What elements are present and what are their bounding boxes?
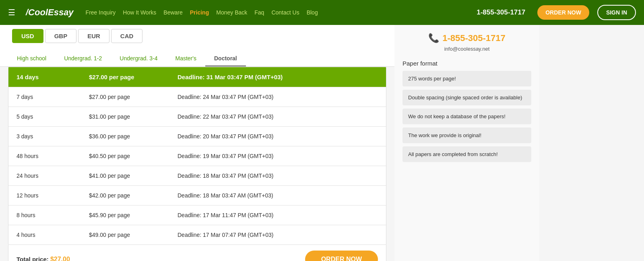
total-price: $27.00 [50, 256, 70, 261]
right-panel: 📞 1-855-305-1717 info@coolessay.net Pape… [394, 25, 539, 261]
table-row: 5 days$31.00 per pageDeadline: 22 Mar 03… [8, 107, 386, 127]
signin-button[interactable]: SIGN IN [597, 5, 636, 20]
nav-link-pricing[interactable]: Pricing [190, 9, 209, 16]
cell-deadline: Deadline: 18 Mar 03:47 AM (GMT+03) [169, 186, 386, 205]
format-item: 275 words per page! [402, 71, 531, 86]
cell-deadline: Deadline: 18 Mar 03:47 PM (GMT+03) [169, 166, 386, 185]
level-tabs: High schoolUndergrad. 1-2Undergrad. 3-4M… [0, 47, 394, 67]
nav-link-money-back[interactable]: Money Back [216, 9, 247, 16]
table-row: 14 days$27.00 per pageDeadline: 31 Mar 0… [8, 67, 386, 87]
nav-link-free-inquiry[interactable]: Free Inquiry [86, 9, 116, 16]
cell-duration: 12 hours [8, 186, 81, 205]
currency-tabs: USDGBPEURCAD [0, 25, 394, 47]
cell-duration: 3 days [8, 127, 81, 146]
table-row: 12 hours$42.00 per pageDeadline: 18 Mar … [8, 186, 386, 206]
cell-price: $45.90 per page [81, 206, 169, 225]
currency-tab-gbp[interactable]: GBP [45, 29, 77, 43]
cell-deadline: Deadline: 17 Mar 07:47 PM (GMT+03) [169, 225, 386, 245]
cell-price: $27.00 per page [81, 87, 169, 107]
level-tab-high-school[interactable]: High school [8, 51, 55, 66]
currency-tab-eur[interactable]: EUR [78, 29, 109, 43]
level-tab-undergrad--3-4[interactable]: Undergrad. 3-4 [111, 51, 166, 66]
pricing-table: 14 days$27.00 per pageDeadline: 31 Mar 0… [8, 67, 386, 245]
cell-price: $31.00 per page [81, 107, 169, 126]
cell-deadline: Deadline: 20 Mar 03:47 PM (GMT+03) [169, 127, 386, 146]
level-tab-undergrad--1-2[interactable]: Undergrad. 1-2 [55, 51, 111, 66]
nav-link-blog[interactable]: Blog [307, 9, 318, 16]
table-row: 24 hours$41.00 per pageDeadline: 18 Mar … [8, 166, 386, 186]
cell-duration: 14 days [8, 67, 81, 87]
format-item: Double spacing (single spaced order is a… [402, 90, 531, 105]
order-now-nav-button[interactable]: ORDER NOW [537, 5, 589, 20]
nav-link-how-it-works[interactable]: How It Works [123, 9, 156, 16]
cell-price: $49.00 per page [81, 225, 169, 245]
nav-link-faq[interactable]: Faq [254, 9, 264, 16]
cell-duration: 8 hours [8, 206, 81, 225]
table-row: 8 hours$45.90 per pageDeadline: 17 Mar 1… [8, 206, 386, 225]
cell-price: $42.00 per page [81, 186, 169, 205]
level-tab-doctoral[interactable]: Doctoral [205, 51, 246, 66]
cell-price: $27.00 per page [81, 67, 169, 87]
cell-deadline: Deadline: 17 Mar 11:47 PM (GMT+03) [169, 206, 386, 225]
pricing-footer: Total price: $27.00 ORDER NOW [8, 245, 386, 261]
cell-deadline: Deadline: 31 Mar 03:47 PM (GMT+03) [169, 67, 386, 87]
currency-tab-usd[interactable]: USD [12, 29, 43, 43]
table-row: 3 days$36.00 per pageDeadline: 20 Mar 03… [8, 127, 386, 146]
phone-icon: 📞 [428, 33, 439, 43]
format-item: We do not keep a database of the papers! [402, 109, 531, 124]
cell-duration: 7 days [8, 87, 81, 107]
format-item: The work we provide is original! [402, 127, 531, 143]
navbar: ☰ /CoolEssay Free InquiryHow It WorksBew… [0, 0, 644, 25]
phone-section: 📞 1-855-305-1717 info@coolessay.net [402, 33, 531, 52]
cell-price: $41.00 per page [81, 166, 169, 185]
table-row: 48 hours$40.50 per pageDeadline: 19 Mar … [8, 146, 386, 166]
format-item: All papers are completed from scratch! [402, 146, 531, 162]
cell-duration: 4 hours [8, 225, 81, 245]
nav-phone: 1-855-305-1717 [477, 8, 525, 16]
cell-duration: 48 hours [8, 146, 81, 166]
format-items-list: 275 words per page!Double spacing (singl… [402, 71, 531, 162]
table-row: 4 hours$49.00 per pageDeadline: 17 Mar 0… [8, 225, 386, 245]
logo[interactable]: /CoolEssay [26, 7, 74, 18]
cell-duration: 24 hours [8, 166, 81, 185]
contact-phone: 📞 1-855-305-1717 [402, 33, 531, 43]
currency-tab-cad[interactable]: CAD [111, 29, 143, 43]
paper-format-title: Paper format [402, 60, 531, 67]
cell-price: $36.00 per page [81, 127, 169, 146]
nav-link-beware[interactable]: Beware [163, 9, 182, 16]
nav-link-contact-us[interactable]: Contact Us [271, 9, 299, 16]
cell-price: $40.50 per page [81, 146, 169, 166]
cell-deadline: Deadline: 22 Mar 03:47 PM (GMT+03) [169, 107, 386, 126]
table-row: 7 days$27.00 per pageDeadline: 24 Mar 03… [8, 87, 386, 107]
cell-deadline: Deadline: 24 Mar 03:47 PM (GMT+03) [169, 87, 386, 107]
page-body: USDGBPEURCAD High schoolUndergrad. 1-2Un… [0, 25, 644, 261]
left-panel: USDGBPEURCAD High schoolUndergrad. 1-2Un… [0, 25, 394, 261]
nav-links: Free InquiryHow It WorksBewarePricingMon… [86, 9, 469, 16]
cell-deadline: Deadline: 19 Mar 03:47 PM (GMT+03) [169, 146, 386, 166]
total-label: Total price: $27.00 [17, 256, 70, 261]
cell-duration: 5 days [8, 107, 81, 126]
order-now-main-button[interactable]: ORDER NOW [305, 251, 378, 261]
menu-icon[interactable]: ☰ [8, 8, 15, 17]
contact-email: info@coolessay.net [402, 46, 531, 52]
level-tab-master's[interactable]: Master's [167, 51, 205, 66]
